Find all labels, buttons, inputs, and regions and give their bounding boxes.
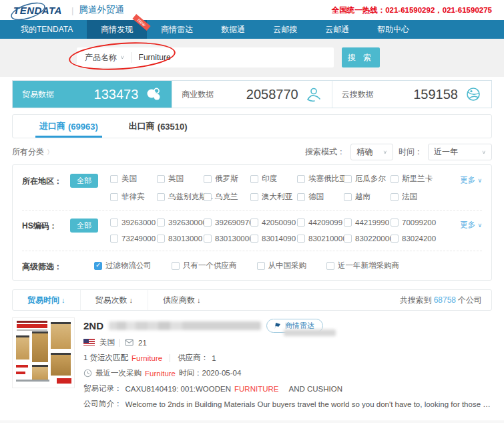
sort-bar: 贸易时间↓ 贸易次数↓ 供应商数↓ 共搜索到68758个公司 — [12, 289, 492, 311]
chevron-right-icon: 〉 — [47, 148, 53, 157]
nav-item-help-center[interactable]: 帮助中心 — [363, 20, 423, 39]
hs-checkbox[interactable]: 3926909709 — [204, 219, 250, 227]
hs-more-link[interactable]: 更多 ∨ — [460, 219, 482, 230]
stat-business-data[interactable]: 商业数据 2058770 — [172, 81, 331, 108]
hs-checkbox[interactable]: 39263000 — [110, 219, 157, 227]
divider — [22, 251, 482, 251]
region-checkbox[interactable]: 澳大利亚 — [250, 192, 297, 202]
divider — [170, 354, 170, 362]
stat-trade-data[interactable]: 贸易数据 133473 — [13, 81, 172, 108]
region-all-button[interactable]: 全部 — [70, 174, 98, 188]
hs-checkbox[interactable]: 73249000 — [110, 235, 157, 243]
checkbox-icon — [326, 262, 334, 270]
hs-checkbox[interactable]: 8301300000 — [204, 235, 250, 243]
search-mode-select[interactable]: 精确 ∨ — [350, 144, 393, 160]
clock-icon — [83, 369, 92, 378]
toolbar-right: 搜索模式： 精确 ∨ 时间： 近一年 ∨ — [305, 144, 492, 160]
filter-advanced-row: 高级筛选： 过滤物流公司 只有一个供应商 从中国采购 近一年新增采购商 — [22, 259, 482, 273]
arrow-down-icon: ↓ — [61, 296, 65, 304]
result-item-1: 2ND 商情雷达 美国 21 1 货运次匹配 Furniture 供应商： — [0, 311, 504, 423]
hs-checkbox[interactable]: 44219990 — [344, 219, 391, 227]
checkbox-icon — [204, 235, 212, 243]
chevron-down-icon: ∨ — [477, 177, 482, 184]
hs-checkbox[interactable]: 83024200 — [391, 235, 437, 243]
hs-all-button[interactable]: 全部 — [70, 219, 98, 233]
region-checkbox[interactable]: 俄罗斯 — [204, 174, 250, 184]
nav-item-datatong[interactable]: 数据通 — [207, 20, 259, 39]
checkbox-icon — [157, 175, 165, 183]
hs-checkbox[interactable]: 44209099 — [297, 219, 344, 227]
tab-importers[interactable]: 进口商 (69963) — [39, 115, 98, 138]
advanced-checkbox-new-buyers[interactable]: 近一年新增采购商 — [326, 261, 399, 271]
arrow-down-icon: ↓ — [130, 296, 134, 304]
stats-bar: 贸易数据 133473 商业数据 2058770 云搜数据 159158 — [12, 80, 492, 108]
hs-checkbox[interactable]: 8302100000 — [297, 235, 344, 243]
all-categories-link[interactable]: 所有分类 〉 — [12, 146, 53, 158]
region-checkbox[interactable]: 法国 — [391, 192, 437, 202]
checkbox-icon — [204, 193, 212, 201]
advanced-checkbox-filter-logistics[interactable]: 过滤物流公司 — [94, 261, 152, 271]
company-thumbnail[interactable] — [12, 317, 75, 388]
sort-trade-time[interactable]: 贸易时间↓ — [13, 290, 80, 310]
hs-checkbox[interactable]: 83013000 — [157, 235, 204, 243]
result-item-2: 7DAYfurniture 7 DA 商情雷达 美国 6 — [0, 423, 504, 429]
main-nav: 我的TENDATA 商情发现 New 商情雷达 数据通 云邮搜 云邮通 帮助中心 — [0, 20, 504, 39]
region-checkbox[interactable]: 埃塞俄比亚 — [297, 174, 344, 184]
sort-supplier-count[interactable]: 供应商数↓ — [148, 290, 216, 310]
nav-item-discovery[interactable]: 商情发现 New — [87, 20, 147, 39]
hs-label: HS编码： — [22, 219, 70, 232]
stat-cloud-search-data[interactable]: 云搜数据 159158 — [332, 81, 491, 108]
company-intro-row: 公司简介： Welcome to 2nds in Building Materi… — [83, 399, 492, 409]
time-select[interactable]: 近一年 ∨ — [428, 144, 492, 160]
nav-item-radar[interactable]: 商情雷达 — [147, 20, 207, 39]
region-checkbox[interactable]: 斯里兰卡 — [391, 174, 437, 184]
tab-exporters[interactable]: 出口商 (63510) — [129, 115, 188, 138]
nav-item-my-tendata[interactable]: 我的TENDATA — [7, 20, 87, 39]
radar-flag-icon — [273, 321, 282, 330]
divider — [22, 210, 482, 210]
chevron-down-icon: ∨ — [120, 55, 125, 60]
hotline-text: 全国统一热线：021-61590292，021-61590275 — [332, 5, 492, 15]
hs-checkbox[interactable]: 83014090 — [250, 235, 297, 243]
search-mode-label: 搜索模式： — [305, 146, 345, 158]
nav-item-cloud-mail-search[interactable]: 云邮搜 — [259, 20, 311, 39]
checkbox-icon — [204, 219, 212, 227]
region-checkbox[interactable]: 厄瓜多尔 — [344, 174, 391, 184]
nav-item-cloud-mail[interactable]: 云邮通 — [311, 20, 363, 39]
checkbox-icon — [344, 219, 352, 227]
region-checkbox[interactable]: 英国 — [157, 174, 204, 184]
region-checkbox[interactable]: 德国 — [297, 192, 344, 202]
region-more-link[interactable]: 更多 ∨ — [460, 174, 482, 185]
hs-checkbox[interactable]: 3926300000 — [157, 219, 204, 227]
hs-options: 39263000 3926300000 3926909709 42050090 … — [110, 219, 460, 243]
hs-checkbox[interactable]: 42050090 — [250, 219, 297, 227]
chevron-down-icon: ∨ — [481, 150, 486, 155]
region-checkbox[interactable]: 菲律宾 — [110, 192, 157, 202]
advanced-checkbox-single-supplier[interactable]: 只有一个供应商 — [172, 261, 237, 271]
search-button[interactable]: 搜 索 — [342, 47, 380, 67]
person-icon — [305, 86, 322, 103]
checkbox-icon — [297, 219, 305, 227]
region-checkbox[interactable]: 美国 — [110, 174, 157, 184]
region-checkbox[interactable]: 越南 — [344, 192, 391, 202]
advanced-checkbox-from-china[interactable]: 从中国采购 — [257, 261, 307, 271]
region-checkbox[interactable]: 乌兹别克斯... — [157, 192, 204, 202]
region-checkbox[interactable]: 乌克兰 — [204, 192, 250, 202]
mail-icon — [125, 338, 134, 347]
checkbox-icon — [344, 235, 352, 243]
region-options: 美国 英国 俄罗斯 印度 埃塞俄比亚 厄瓜多尔 斯里兰卡 菲律宾 乌兹别克斯..… — [110, 174, 460, 202]
last-purchase-row: 最近一次采购 Furniture 时间：2020-05-04 — [83, 368, 492, 378]
search-input[interactable] — [132, 53, 334, 62]
sort-trade-count[interactable]: 贸易次数↓ — [80, 290, 148, 310]
region-checkbox[interactable]: 印度 — [250, 174, 297, 184]
page: TENDATA | 腾道外贸通 全国统一热线：021-61590292，021-… — [0, 0, 504, 429]
logo-text: TENDATA — [13, 5, 62, 16]
hs-checkbox[interactable]: 70099200 — [391, 219, 437, 227]
checkbox-icon — [110, 193, 118, 201]
hs-checkbox[interactable]: 8302200000 — [344, 235, 391, 243]
search-box: 产品名称 ∨ — [77, 47, 334, 67]
search-category-dropdown[interactable]: 产品名称 ∨ — [77, 52, 132, 63]
checkbox-icon — [344, 175, 352, 183]
checkbox-icon — [172, 262, 180, 270]
company-name[interactable]: 2ND — [83, 320, 103, 331]
